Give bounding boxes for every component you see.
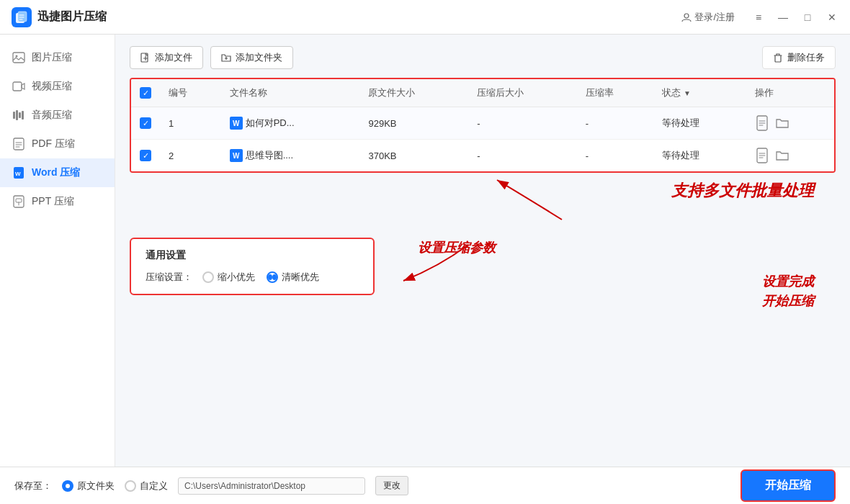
app-icon — [12, 7, 32, 27]
row-compressed-size: - — [468, 140, 577, 172]
annotation-batch-text: 支持多文件批量处理 — [671, 180, 814, 202]
radio-clear-circle[interactable] — [267, 271, 278, 283]
menu-button[interactable]: ≡ — [752, 11, 765, 24]
col-compressed: 压缩后大小 — [468, 79, 577, 107]
add-file-button[interactable]: 添加文件 — [130, 46, 203, 69]
select-all-checkbox[interactable]: ✓ — [140, 87, 151, 99]
settings-row: 通用设置 压缩设置： 缩小优先 清晰优先 — [130, 238, 836, 304]
svg-rect-10 — [14, 138, 24, 150]
row-actions — [755, 147, 826, 164]
svg-text:W: W — [15, 171, 21, 177]
row-checkbox[interactable]: ✓ — [140, 117, 151, 129]
col-original: 原文件大小 — [359, 79, 468, 107]
pdf-icon — [12, 137, 26, 151]
file-table-wrapper: ✓ 编号 文件名称 原文件大小 压缩后大小 压缩率 状态 ▼ 操作 — [130, 78, 836, 173]
delete-icon — [773, 53, 783, 63]
radio-small[interactable]: 缩小优先 — [202, 271, 255, 284]
annotation-complete-text: 设置完成 开始压缩 — [762, 272, 814, 311]
svg-rect-3 — [13, 53, 24, 63]
add-folder-button[interactable]: 添加文件夹 — [210, 46, 293, 69]
minimize-button[interactable]: — — [777, 11, 789, 24]
toolbar: 添加文件 添加文件夹 删除任务 — [130, 46, 836, 69]
word-file-icon: W — [230, 117, 243, 130]
row-original-size: 929KB — [359, 107, 468, 140]
save-custom-label: 自定义 — [140, 480, 168, 492]
sidebar-item-image[interactable]: 图片压缩 — [0, 43, 115, 72]
row-actions — [755, 114, 826, 132]
row-original-size: 370KB — [359, 140, 468, 172]
save-original-label: 原文件夹 — [77, 480, 115, 492]
content-area: 添加文件 添加文件夹 删除任务 ✓ 编号 文件名 — [115, 35, 850, 467]
svg-rect-8 — [19, 112, 21, 118]
view-file-icon[interactable] — [755, 114, 769, 132]
compress-label: 压缩设置： — [146, 271, 192, 284]
col-number: 编号 — [160, 79, 221, 107]
radio-custom[interactable] — [125, 480, 136, 492]
title-bar: 迅捷图片压缩 登录/注册 ≡ — □ ✕ — [0, 0, 850, 35]
settings-box: 通用设置 压缩设置： 缩小优先 清晰优先 — [130, 238, 375, 295]
add-folder-icon — [221, 53, 231, 63]
table-row: ✓ 2 W思维导图.... 370KB - - 等待处理 — [131, 140, 834, 172]
row-ratio: - — [577, 140, 654, 172]
file-table: ✓ 编号 文件名称 原文件大小 压缩后大小 压缩率 状态 ▼ 操作 — [131, 79, 834, 171]
sidebar-item-audio[interactable]: 音频压缩 — [0, 101, 115, 130]
start-compress-button[interactable]: 开始压缩 — [741, 469, 836, 502]
save-custom-option[interactable]: 自定义 — [125, 480, 168, 492]
bottom-bar: 保存至： 原文件夹 自定义 更改 开始压缩 — [0, 467, 850, 504]
row-id: 2 — [160, 140, 221, 172]
radio-clear-label: 清晰优先 — [282, 271, 319, 284]
close-button[interactable]: ✕ — [826, 11, 838, 24]
annotation-batch-area: 支持多文件批量处理 — [130, 173, 836, 238]
col-ratio: 压缩率 — [577, 79, 654, 107]
delete-tasks-button[interactable]: 删除任务 — [762, 46, 836, 69]
radio-group: 缩小优先 清晰优先 — [202, 271, 319, 284]
settings-compress-row: 压缩设置： 缩小优先 清晰优先 — [146, 271, 359, 284]
svg-rect-5 — [13, 82, 22, 91]
login-button[interactable]: 登录/注册 — [681, 11, 735, 24]
row-id: 1 — [160, 107, 221, 140]
row-checkbox[interactable]: ✓ — [140, 150, 151, 161]
radio-small-label: 缩小优先 — [218, 271, 255, 284]
sidebar-item-ppt[interactable]: PPT 压缩 — [0, 187, 115, 216]
svg-rect-9 — [22, 111, 24, 120]
open-folder-icon[interactable] — [775, 114, 789, 132]
app-title: 迅捷图片压缩 — [37, 9, 107, 24]
ppt-icon — [12, 194, 26, 209]
row-name: W如何对PD... — [221, 107, 360, 140]
browse-button[interactable]: 更改 — [375, 476, 408, 495]
svg-rect-13 — [14, 196, 24, 207]
maximize-button[interactable]: □ — [801, 11, 814, 24]
radio-clear[interactable]: 清晰优先 — [267, 271, 319, 284]
add-file-icon — [140, 53, 151, 63]
word-file-icon: W — [230, 149, 243, 162]
radio-small-circle[interactable] — [202, 271, 214, 283]
svg-point-4 — [16, 55, 18, 58]
window-controls: ≡ — □ ✕ — [752, 11, 838, 24]
annotation-params-area: 设置压缩参数 — [375, 238, 562, 295]
open-folder-icon[interactable] — [775, 147, 789, 164]
svg-rect-14 — [16, 199, 22, 202]
view-file-icon[interactable] — [755, 147, 769, 164]
save-original-option[interactable]: 原文件夹 — [62, 480, 115, 492]
audio-icon — [12, 108, 26, 122]
row-status: 等待处理 — [653, 107, 746, 140]
row-ratio: - — [577, 107, 654, 140]
sidebar-item-pdf[interactable]: PDF 压缩 — [0, 130, 115, 158]
word-icon: W — [12, 166, 26, 180]
sidebar-word-label: Word 压缩 — [32, 166, 80, 179]
save-label: 保存至： — [14, 480, 52, 492]
sidebar-item-word[interactable]: W Word 压缩 — [0, 158, 115, 187]
annotation-params-text: 设置压缩参数 — [418, 239, 496, 256]
row-name: W思维导图.... — [221, 140, 360, 172]
svg-rect-7 — [16, 110, 18, 120]
save-path-input[interactable] — [178, 477, 365, 495]
col-status: 状态 ▼ — [653, 79, 746, 107]
arrow-batch-svg — [475, 173, 619, 230]
radio-original[interactable] — [62, 480, 73, 492]
svg-rect-6 — [13, 112, 15, 119]
row-status: 等待处理 — [653, 140, 746, 172]
sidebar-audio-label: 音频压缩 — [32, 109, 72, 122]
user-icon — [681, 12, 692, 22]
sidebar-item-video[interactable]: 视频压缩 — [0, 72, 115, 101]
row-compressed-size: - — [468, 107, 577, 140]
